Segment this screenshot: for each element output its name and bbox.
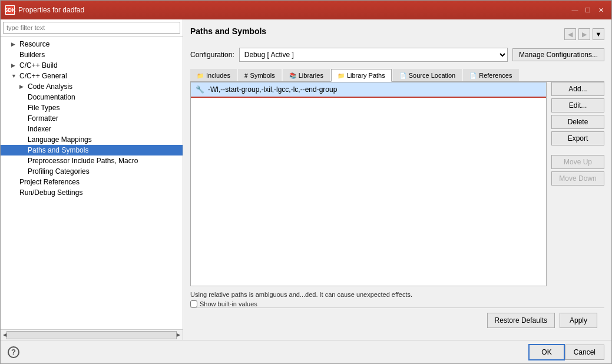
bottom-bar: ? OK Cancel bbox=[1, 340, 611, 363]
tab-includes[interactable]: 📁 Includes bbox=[190, 69, 237, 81]
right-panel: Paths and Symbols ◀ ▶ ▼ Configuration: D… bbox=[183, 19, 611, 340]
sidebar-item-formatter[interactable]: Formatter bbox=[1, 113, 183, 124]
sidebar-item-cpp-build-label: C/C++ Build bbox=[19, 61, 58, 70]
lib-item-label: -Wl,--start-group,-lxil,-lgcc,-lc,--end-… bbox=[208, 85, 337, 94]
code-analysis-arrow-icon: ▶ bbox=[19, 84, 25, 90]
restore-defaults-button[interactable]: Restore Defaults bbox=[487, 313, 555, 328]
nav-back-button[interactable]: ◀ bbox=[564, 28, 576, 40]
sidebar-item-indexer-label: Indexer bbox=[28, 125, 51, 133]
show-built-in-checkbox[interactable] bbox=[190, 300, 197, 307]
sidebar-item-project-references-label: Project References bbox=[19, 178, 80, 186]
config-select[interactable]: Debug [ Active ] bbox=[239, 48, 508, 62]
sidebar-item-builders-label: Builders bbox=[19, 51, 45, 59]
info-text: Using relative paths is ambiguous and...… bbox=[190, 291, 604, 298]
panel-nav: ◀ ▶ ▼ bbox=[564, 28, 604, 40]
sidebar-item-language-mappings-label: Language Mappings bbox=[28, 135, 92, 144]
info-area: Using relative paths is ambiguous and...… bbox=[190, 291, 604, 307]
includes-icon: 📁 bbox=[197, 72, 204, 79]
lib-item-icon: 🔧 bbox=[196, 85, 204, 94]
list-item[interactable]: 🔧 -Wl,--start-group,-lxil,-lgcc,-lc,--en… bbox=[191, 82, 546, 97]
sidebar-item-resource-label: Resource bbox=[19, 40, 49, 48]
edit-button[interactable]: Edit... bbox=[551, 98, 604, 112]
sidebar-item-cpp-build[interactable]: ▶C/C++ Build bbox=[1, 60, 183, 71]
sidebar-item-paths-and-symbols-label: Paths and Symbols bbox=[28, 146, 88, 154]
filter-box bbox=[1, 19, 183, 37]
sidebar-item-language-mappings[interactable]: Language Mappings bbox=[1, 134, 183, 145]
tabs-row: 📁 Includes # Symbols 📚 Libraries 📁 Libra… bbox=[190, 69, 604, 82]
sidebar-item-resource[interactable]: ▶Resource bbox=[1, 39, 183, 49]
references-icon: 📄 bbox=[469, 72, 477, 79]
tab-includes-label: Includes bbox=[206, 72, 230, 79]
content-area: 🔧 -Wl,--start-group,-lxil,-lgcc,-lc,--en… bbox=[190, 82, 604, 286]
dialog-title: Properties for dadfad bbox=[18, 6, 84, 14]
library-paths-icon: 📁 bbox=[338, 72, 345, 79]
title-bar-left: SDK Properties for dadfad bbox=[5, 5, 84, 15]
config-row: Configuration: Debug [ Active ] Manage C… bbox=[190, 48, 604, 62]
filter-input[interactable] bbox=[3, 22, 180, 34]
resource-arrow-icon: ▶ bbox=[11, 41, 17, 47]
main-content: ▶ResourceBuilders▶C/C++ Build▼C/C++ Gene… bbox=[1, 19, 611, 340]
minimize-button[interactable]: — bbox=[569, 5, 581, 15]
manage-configurations-button[interactable]: Manage Configurations... bbox=[512, 48, 604, 61]
show-built-in-row: Show built-in values bbox=[190, 300, 604, 307]
sidebar-bottom: ◀ ▶ bbox=[1, 329, 183, 340]
sidebar-item-documentation[interactable]: Documentation bbox=[1, 92, 183, 102]
tab-libraries-label: Libraries bbox=[299, 72, 323, 79]
sidebar-item-run-debug-label: Run/Debug Settings bbox=[19, 188, 82, 197]
add-button[interactable]: Add... bbox=[551, 82, 604, 96]
sidebar: ▶ResourceBuilders▶C/C++ Build▼C/C++ Gene… bbox=[1, 19, 183, 340]
app-icon: SDK bbox=[5, 5, 15, 15]
tab-references-label: References bbox=[479, 72, 512, 79]
libraries-icon: 📚 bbox=[289, 72, 296, 79]
sidebar-item-run-debug[interactable]: Run/Debug Settings bbox=[1, 187, 183, 198]
cpp-general-arrow-icon: ▼ bbox=[11, 73, 17, 79]
move-up-button[interactable]: Move Up bbox=[551, 155, 604, 169]
tab-symbols[interactable]: # Symbols bbox=[238, 69, 282, 81]
title-bar: SDK Properties for dadfad — ☐ ✕ bbox=[1, 1, 611, 19]
delete-button[interactable]: Delete bbox=[551, 115, 604, 129]
sidebar-item-indexer[interactable]: Indexer bbox=[1, 124, 183, 134]
sidebar-item-cpp-general[interactable]: ▼C/C++ General bbox=[1, 71, 183, 81]
window-controls: — ☐ ✕ bbox=[569, 5, 607, 15]
tab-source-location[interactable]: 📄 Source Location bbox=[393, 69, 462, 81]
tab-source-location-label: Source Location bbox=[409, 72, 456, 79]
tree-area: ▶ResourceBuilders▶C/C++ Build▼C/C++ Gene… bbox=[1, 37, 183, 329]
sidebar-item-profiling[interactable]: Profiling Categories bbox=[1, 166, 183, 177]
sidebar-item-formatter-label: Formatter bbox=[28, 114, 58, 123]
move-down-button[interactable]: Move Down bbox=[551, 171, 604, 186]
source-location-icon: 📄 bbox=[399, 72, 406, 79]
cpp-build-arrow-icon: ▶ bbox=[11, 62, 17, 68]
tab-library-paths[interactable]: 📁 Library Paths bbox=[331, 69, 392, 82]
nav-forward-button[interactable]: ▶ bbox=[578, 28, 590, 40]
sidebar-item-paths-and-symbols[interactable]: Paths and Symbols bbox=[1, 145, 183, 155]
apply-button[interactable]: Apply bbox=[560, 313, 597, 328]
panel-action-buttons: Restore Defaults Apply bbox=[190, 307, 604, 333]
sidebar-item-project-references[interactable]: Project References bbox=[1, 177, 183, 187]
cancel-button[interactable]: Cancel bbox=[565, 345, 604, 360]
close-button[interactable]: ✕ bbox=[595, 5, 607, 15]
help-button[interactable]: ? bbox=[8, 346, 19, 358]
export-button[interactable]: Export bbox=[551, 131, 604, 145]
show-built-in-label: Show built-in values bbox=[200, 300, 257, 307]
library-list[interactable]: 🔧 -Wl,--start-group,-lxil,-lgcc,-lc,--en… bbox=[190, 82, 547, 286]
sidebar-item-builders[interactable]: Builders bbox=[1, 49, 183, 60]
restore-button[interactable]: ☐ bbox=[582, 5, 594, 15]
sidebar-item-code-analysis[interactable]: ▶Code Analysis bbox=[1, 81, 183, 92]
horizontal-scrollbar[interactable] bbox=[6, 331, 177, 339]
sidebar-item-documentation-label: Documentation bbox=[28, 93, 75, 101]
sidebar-item-preprocessor-label: Preprocessor Include Paths, Macro bbox=[28, 157, 138, 165]
sidebar-item-preprocessor[interactable]: Preprocessor Include Paths, Macro bbox=[1, 155, 183, 166]
nav-dropdown-button[interactable]: ▼ bbox=[593, 28, 604, 40]
ok-button[interactable]: OK bbox=[528, 344, 564, 360]
side-buttons: Add... Edit... Delete Export Move Up Mov… bbox=[551, 82, 604, 286]
panel-header: Paths and Symbols ◀ ▶ ▼ bbox=[190, 27, 604, 42]
sidebar-item-file-types-label: File Types bbox=[28, 104, 59, 112]
spacer bbox=[551, 148, 604, 153]
symbols-icon: # bbox=[244, 72, 248, 79]
tab-libraries[interactable]: 📚 Libraries bbox=[283, 69, 330, 81]
tab-references[interactable]: 📄 References bbox=[463, 69, 518, 81]
sidebar-item-cpp-general-label: C/C++ General bbox=[19, 72, 67, 80]
panel-title: Paths and Symbols bbox=[190, 27, 266, 36]
sidebar-item-file-types[interactable]: File Types bbox=[1, 102, 183, 113]
scroll-right-btn[interactable]: ▶ bbox=[177, 332, 180, 337]
